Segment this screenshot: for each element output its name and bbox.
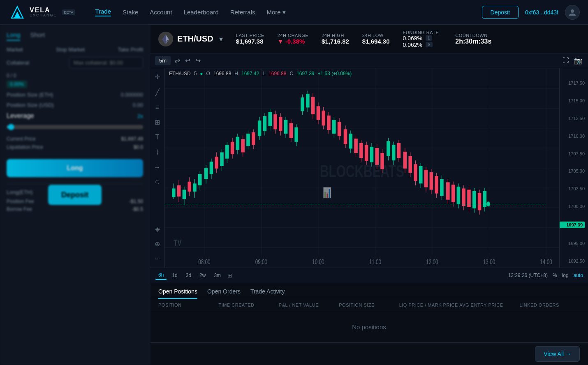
svg-rect-93 [322,111,325,125]
price-axis: 1717.50 1715.00 1712.50 1710.00 1707.50 … [559,68,588,268]
magnet-tool[interactable]: ◈ [153,223,162,234]
svg-rect-73 [268,112,272,126]
tab-open-positions[interactable]: Open Positions [158,288,197,299]
deposit-popup[interactable]: Deposit [48,185,102,205]
info-rows: Current Price $1,697.49 Liquidation Pric… [7,136,143,150]
redo-icon[interactable]: ↪ [195,57,201,65]
svg-rect-125 [408,156,412,173]
nav-stake[interactable]: Stake [123,9,138,16]
market-label: Market [7,46,23,53]
scale-pct[interactable]: % [553,273,557,278]
trend-line-tool[interactable]: ╱ [154,87,161,98]
tf-3m[interactable]: 3m [211,271,224,280]
tf-3d[interactable]: 3d [183,271,194,280]
nav-more[interactable]: More ▾ [267,9,286,16]
borrow-fee-row: Borrow Fee -$0.5 [7,206,143,212]
nav-referrals[interactable]: Referrals [230,9,255,16]
svg-rect-99 [338,122,341,136]
ticker-dropdown-icon[interactable]: ▾ [219,35,223,44]
chart-area: 5m ⇄ ↩ ↪ ⛶ 📷 ✛ ╱ ≡ ⊞ T ⌇ ↔ [150,53,588,283]
svg-rect-83 [294,127,298,142]
svg-rect-79 [284,120,288,134]
nav-right: Deposit 0xf63...dd43f [482,5,580,20]
nav-trade[interactable]: Trade [95,8,111,16]
svg-rect-77 [279,117,282,131]
ticker-bar: ETH/USD ▾ LAST PRICE $1,697.38 24H CHANG… [150,25,588,53]
svg-rect-127 [414,164,417,181]
more-tools[interactable]: ··· [153,254,162,264]
ticker-symbol-area[interactable]: ETH/USD ▾ [158,32,223,46]
compare-icon[interactable]: ⇄ [175,57,180,65]
svg-rect-105 [354,139,358,153]
text-tool[interactable]: T [154,132,161,143]
view-all-button[interactable]: View All → [535,346,580,362]
left-panel: Long Short Market Stop Market Take Profi… [0,25,150,365]
svg-rect-87 [306,94,310,107]
svg-rect-103 [349,134,353,148]
pos-size-usd-val: 0.00 [133,102,143,108]
tf-1d[interactable]: 1d [169,271,181,280]
svg-rect-101 [344,129,347,144]
svg-text:11:00: 11:00 [369,258,381,266]
svg-text:TV: TV [174,238,182,247]
user-avatar[interactable] [565,5,580,20]
timeframe-5m-btn[interactable]: 5m [155,56,171,65]
current-price-label: Current Price [7,136,36,142]
pos-size-eth-label: Position Size (ETH) [7,92,53,98]
emoji-tool[interactable]: ☺ [152,177,162,187]
camera-icon[interactable]: 📷 [574,57,582,65]
crosshair-tool[interactable]: ✛ [153,72,162,83]
svg-rect-123 [403,152,407,169]
logo-area[interactable]: VELA EXCHANGE BETA [8,3,75,21]
long-button[interactable]: Long [7,159,143,177]
tab-short[interactable]: Short [30,31,45,41]
chart-bottom-bar: 6h 1d 3d 2w 3m ⊞ 13:29:26 (UTC+8) % log … [150,268,588,283]
chart-settings-icon[interactable]: ⊞ [226,270,234,280]
tf-6h[interactable]: 6h [155,271,167,280]
svg-text:14:00: 14:00 [540,258,552,266]
nav-account[interactable]: Account [150,9,172,16]
svg-rect-151 [478,193,482,210]
no-positions-message: No positions [150,311,588,342]
zoom-tool[interactable]: ⊕ [153,238,162,249]
liq-price-label: Liquidation Price [7,144,43,150]
svg-rect-47 [198,174,202,185]
fib-tool[interactable]: ⊞ [153,117,162,128]
tf-2w[interactable]: 2w [196,271,209,280]
svg-text:08:00: 08:00 [198,258,210,266]
svg-rect-139 [446,182,450,199]
countdown-val: 2h:30m:33s [455,38,491,45]
measure-tool[interactable]: ↔ [153,162,162,173]
wallet-address[interactable]: 0xf63...dd43f [525,9,558,16]
borrow-fee-label: Borrow Fee [7,206,32,212]
tab-long[interactable]: Long [7,31,20,41]
svg-rect-71 [263,116,267,131]
wave-tool[interactable]: ⌇ [154,147,161,158]
funding-rate-long: 0.069% [403,35,422,42]
ticker-symbol: ETH/USD [177,34,213,44]
svg-rect-67 [252,132,255,145]
beta-badge: BETA [62,9,76,15]
undo-icon[interactable]: ↩ [185,57,190,65]
chart-timestamp: 13:29:26 (UTC+8) [508,273,548,278]
stop-market-label: Stop Market [56,46,85,53]
tab-open-orders[interactable]: Open Orders [207,288,241,299]
collateral-input[interactable] [69,57,143,69]
deposit-button[interactable]: Deposit [482,6,519,19]
scale-auto[interactable]: auto [574,273,583,278]
nav-leaderboard[interactable]: Leaderboard [184,9,219,16]
funding-rate-short: 0.062% [403,42,422,48]
scale-log[interactable]: log [562,273,569,278]
liq-price-row: Liquidation Price $0.0 [7,144,143,150]
leverage-slider[interactable] [7,124,143,130]
svg-rect-69 [258,120,262,136]
order-type-tabs: Long Short [7,31,143,41]
svg-rect-65 [246,134,250,146]
parallel-lines-tool[interactable]: ≡ [154,102,161,113]
svg-text:10:00: 10:00 [312,258,324,266]
col-entry: AVG ENTRY PRICE [459,303,519,307]
svg-rect-141 [451,185,455,202]
fullscreen-icon[interactable]: ⛶ [563,57,569,65]
ohlc-o: 1696.88 [213,71,231,76]
tab-trade-activity[interactable]: Trade Activity [250,288,285,299]
